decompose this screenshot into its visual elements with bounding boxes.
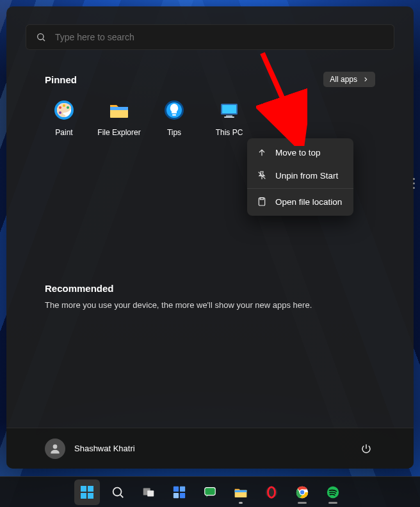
ctx-separator [247,188,353,189]
svg-point-6 [67,106,69,109]
ctx-item-label: Move to top [275,148,321,157]
svg-rect-22 [260,198,263,200]
opera-icon [264,485,279,499]
chevron-right-icon [362,76,369,83]
tips-icon [163,99,186,122]
taskbar-task-view[interactable] [136,479,161,505]
recommended-heading: Recommended [45,283,114,294]
search-input[interactable] [55,32,384,42]
arrow-up-icon [256,147,268,158]
taskbar-widgets[interactable] [166,479,192,505]
svg-rect-26 [88,493,93,499]
taskview-icon [141,485,156,499]
svg-point-4 [59,106,61,109]
svg-rect-12 [172,114,176,116]
all-apps-label: All apps [330,75,357,84]
resize-handle[interactable] [407,173,420,193]
this-pc-icon [218,99,241,122]
unpin-icon [256,170,268,181]
windows-icon [79,485,95,500]
all-apps-button[interactable]: All apps [323,72,375,87]
taskbar-chrome[interactable] [289,479,315,505]
paint-icon [52,99,76,122]
svg-rect-24 [88,486,93,492]
ctx-unpin[interactable]: Unpin from Start [247,164,353,187]
start-menu: Pinned All apps Paint File Explorer [6,6,414,469]
taskbar [0,476,420,507]
power-button[interactable] [357,440,375,458]
svg-rect-38 [235,490,247,492]
spotify-icon [326,485,340,499]
search-icon [36,32,46,42]
file-explorer-icon [233,485,248,500]
ctx-item-label: Open file location [275,197,342,207]
svg-line-28 [120,495,123,497]
user-name: Shashwat Khatri [74,444,135,453]
pinned-grid: Paint File Explorer Tips This PC [45,96,375,140]
pinned-app-paint[interactable]: Paint [33,96,95,140]
svg-rect-34 [180,492,185,497]
svg-point-7 [59,111,61,114]
svg-point-5 [63,104,65,107]
ctx-item-label: Unpin from Start [275,171,338,181]
svg-rect-33 [174,492,179,497]
pinned-app-label: Tips [167,128,181,137]
pinned-app-label: Paint [55,128,72,137]
taskbar-file-explorer[interactable] [228,479,254,505]
svg-rect-31 [174,486,179,491]
svg-rect-30 [147,490,154,496]
chrome-icon [295,485,309,499]
taskbar-opera[interactable] [259,479,284,505]
user-account-button[interactable]: Shashwat Khatri [45,439,135,459]
search-box[interactable] [26,24,394,50]
svg-rect-35 [205,487,216,495]
context-menu: Move to top Unpin from Start Open file l… [247,138,353,216]
svg-rect-32 [180,486,185,491]
taskbar-search[interactable] [105,479,131,505]
svg-rect-23 [81,486,86,492]
pinned-app-label: File Explorer [97,128,140,137]
svg-point-17 [53,444,58,449]
chat-icon [203,485,217,499]
pinned-app-this-pc[interactable]: This PC [198,96,260,140]
recommended-empty-text: The more you use your device, the more w… [45,298,375,310]
file-explorer-icon [108,99,131,122]
pinned-heading: Pinned [45,74,77,85]
file-location-icon [256,196,268,207]
taskbar-spotify[interactable] [320,479,346,505]
search-icon [111,485,125,499]
svg-rect-9 [110,107,128,110]
ctx-open-file-location[interactable]: Open file location [247,190,353,213]
svg-rect-14 [222,105,236,113]
ctx-move-to-top[interactable]: Move to top [247,141,353,164]
svg-rect-16 [224,117,234,118]
pinned-app-tips[interactable]: Tips [143,96,205,140]
svg-point-0 [38,34,44,40]
taskbar-start[interactable] [74,479,100,505]
pinned-app-label: This PC [216,128,243,137]
pinned-app-file-explorer[interactable]: File Explorer [88,96,150,140]
svg-point-27 [113,487,122,495]
taskbar-chat[interactable] [197,479,223,505]
widgets-icon [172,485,186,499]
start-menu-footer: Shashwat Khatri [6,428,414,469]
svg-rect-15 [226,115,232,117]
svg-rect-25 [81,493,86,499]
avatar [45,439,65,459]
svg-line-1 [43,39,45,41]
